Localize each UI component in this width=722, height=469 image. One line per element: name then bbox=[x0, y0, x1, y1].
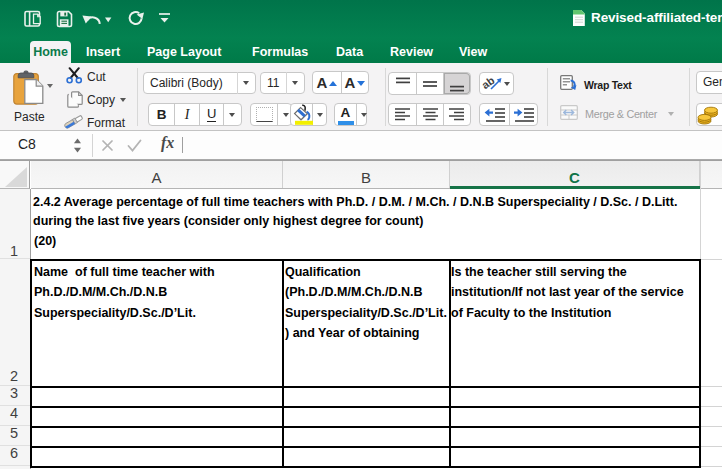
svg-text:ab: ab bbox=[480, 74, 497, 91]
